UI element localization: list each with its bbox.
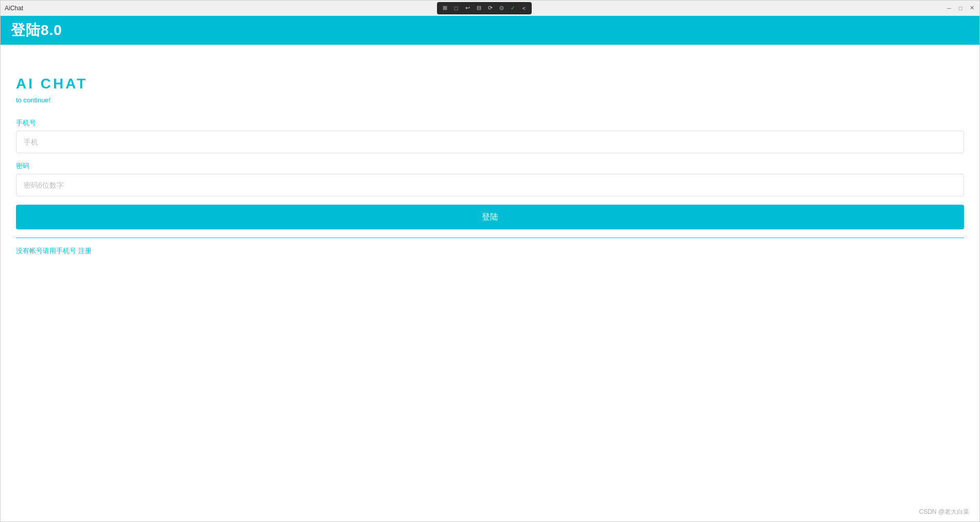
toolbar-icon-2[interactable]: □ xyxy=(451,4,461,13)
toolbar-icon-8[interactable]: < xyxy=(519,4,529,13)
register-prefix: 没有帐号请用手机号 xyxy=(16,247,76,255)
app-header: 登陆8.0 xyxy=(1,16,979,45)
phone-label: 手机号 xyxy=(16,118,964,128)
app-title: 登陆8.0 xyxy=(11,21,62,40)
close-button[interactable]: ✕ xyxy=(968,5,975,12)
main-content: AI CHAT to continue! 手机号 密码 登陆 没有帐号请用手机号… xyxy=(1,45,979,521)
toolbar-icon-5[interactable]: ⟳ xyxy=(485,4,495,13)
window-title: AiChat xyxy=(5,5,23,12)
toolbar-icon-1[interactable]: ⊞ xyxy=(440,4,449,13)
register-text: 没有帐号请用手机号 注册 xyxy=(16,246,964,256)
toolbar-icon-3[interactable]: ↩ xyxy=(463,4,472,13)
ai-chat-heading: AI CHAT xyxy=(16,76,964,92)
app-window: AiChat ⊞ □ ↩ ⊟ ⟳ ⊙ ✓ < ─ □ ✕ 登陆8.0 AI CH… xyxy=(0,0,980,522)
title-bar: AiChat ⊞ □ ↩ ⊟ ⟳ ⊙ ✓ < ─ □ ✕ xyxy=(1,1,979,16)
register-link[interactable]: 注册 xyxy=(78,247,92,255)
login-form: 手机号 密码 登陆 没有帐号请用手机号 注册 xyxy=(16,118,964,256)
divider xyxy=(16,238,964,238)
maximize-button[interactable]: □ xyxy=(957,5,964,12)
password-label: 密码 xyxy=(16,161,964,171)
toolbar: ⊞ □ ↩ ⊟ ⟳ ⊙ ✓ < xyxy=(437,2,532,14)
login-button[interactable]: 登陆 xyxy=(16,205,964,229)
window-controls: ─ □ ✕ xyxy=(946,5,975,12)
footer-text: CSDN @老大白菜 xyxy=(919,508,969,515)
password-input[interactable] xyxy=(16,174,964,196)
footer: CSDN @老大白菜 xyxy=(919,508,969,516)
toolbar-icon-7[interactable]: ✓ xyxy=(508,4,517,13)
subtitle: to continue! xyxy=(16,96,964,104)
minimize-button[interactable]: ─ xyxy=(946,5,953,12)
toolbar-icon-6[interactable]: ⊙ xyxy=(497,4,506,13)
phone-input[interactable] xyxy=(16,131,964,153)
toolbar-icon-4[interactable]: ⊟ xyxy=(474,4,483,13)
